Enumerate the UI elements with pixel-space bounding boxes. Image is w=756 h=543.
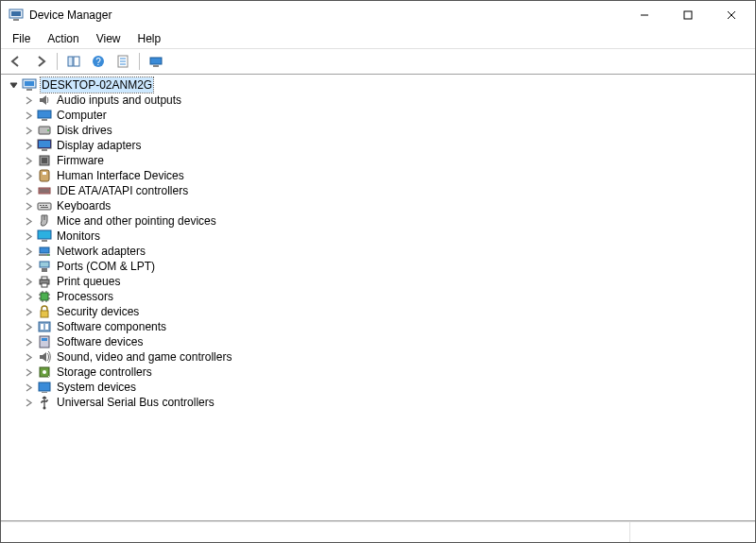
sound-icon	[37, 349, 52, 365]
menu-action[interactable]: Action	[40, 30, 86, 47]
svg-rect-7	[68, 57, 73, 66]
titlebar: Device Manager	[1, 1, 755, 29]
chevron-right-icon[interactable]	[22, 335, 35, 348]
category-label: Human Interface Devices	[56, 168, 185, 183]
chevron-right-icon[interactable]	[22, 245, 35, 258]
category-label: Monitors	[56, 229, 101, 244]
device-tree[interactable]: DESKTOP-02ANM2G Audio inputs and outputs…	[1, 75, 755, 521]
tree-category-node[interactable]: Software devices	[22, 334, 749, 349]
chevron-down-icon[interactable]	[7, 78, 20, 92]
category-label: System devices	[56, 380, 137, 395]
category-label: Mice and other pointing devices	[56, 213, 217, 229]
security-icon	[37, 304, 52, 319]
tree-category-node[interactable]: IDE ATA/ATAPI controllers	[22, 183, 749, 198]
chevron-right-icon[interactable]	[22, 184, 35, 197]
tree-category-node[interactable]: Network adapters	[22, 244, 749, 259]
processor-icon	[37, 289, 52, 304]
tree-category-node[interactable]: Disk drives	[22, 123, 749, 138]
tree-category-node[interactable]: Audio inputs and outputs	[22, 93, 749, 108]
category-label: Firmware	[56, 153, 105, 168]
storage-icon	[37, 365, 52, 380]
tree-category-node[interactable]: Mice and other pointing devices	[22, 213, 749, 229]
menu-help[interactable]: Help	[130, 30, 169, 47]
app-icon	[9, 8, 24, 23]
menu-view[interactable]: View	[89, 30, 129, 47]
tree-category-node[interactable]: Keyboards	[22, 198, 749, 213]
system-icon	[37, 380, 52, 395]
audio-icon	[37, 93, 52, 108]
svg-rect-16	[153, 65, 159, 67]
category-label: Keyboards	[56, 198, 112, 213]
category-label: Ports (COM & LPT)	[56, 259, 156, 274]
category-label: IDE ATA/ATAPI controllers	[56, 183, 189, 198]
ports-icon	[37, 259, 52, 274]
properties-button[interactable]	[112, 51, 134, 72]
chevron-right-icon[interactable]	[22, 139, 35, 152]
chevron-right-icon[interactable]	[22, 169, 35, 182]
close-button[interactable]	[710, 1, 753, 29]
chevron-right-icon[interactable]	[22, 350, 35, 364]
tree-root-node[interactable]: DESKTOP-02ANM2G	[7, 77, 749, 93]
back-button[interactable]	[5, 51, 27, 72]
toolbar-separator	[57, 53, 58, 70]
help-button[interactable]: ?	[87, 51, 110, 72]
chevron-right-icon[interactable]	[22, 260, 35, 273]
tree-category-node[interactable]: Print queues	[22, 274, 749, 289]
tree-category-node[interactable]: Ports (COM & LPT)	[22, 259, 749, 274]
chevron-right-icon[interactable]	[22, 305, 35, 318]
printer-icon	[37, 274, 52, 289]
tree-category-node[interactable]: Firmware	[22, 153, 749, 168]
usb-icon	[37, 395, 52, 410]
tree-category-node[interactable]: Monitors	[22, 229, 749, 244]
disk-icon	[37, 123, 52, 138]
chevron-right-icon[interactable]	[22, 154, 35, 167]
chevron-right-icon[interactable]	[22, 396, 35, 409]
root-label: DESKTOP-02ANM2G	[41, 77, 153, 93]
chevron-right-icon[interactable]	[22, 93, 35, 107]
chevron-right-icon[interactable]	[22, 275, 35, 288]
category-label: Universal Serial Bus controllers	[56, 395, 215, 410]
category-label: Sound, video and game controllers	[56, 349, 232, 365]
toolbar: ?	[1, 48, 755, 75]
chevron-right-icon[interactable]	[22, 290, 35, 303]
maximize-button[interactable]	[666, 1, 710, 29]
tree-category-node[interactable]: Display adapters	[22, 138, 749, 153]
tree-category-node[interactable]: Sound, video and game controllers	[22, 349, 749, 365]
menubar: File Action View Help	[1, 29, 755, 48]
ide-icon	[37, 183, 52, 198]
category-label: Disk drives	[56, 123, 113, 138]
status-left	[7, 522, 630, 542]
computer-icon	[37, 108, 52, 123]
svg-rect-8	[74, 57, 79, 66]
chevron-right-icon[interactable]	[22, 365, 35, 379]
firmware-icon	[37, 153, 52, 168]
chevron-right-icon[interactable]	[22, 320, 35, 333]
tree-category-node[interactable]: Software components	[22, 319, 749, 334]
chevron-right-icon[interactable]	[22, 124, 35, 137]
tree-category-node[interactable]: Computer	[22, 108, 749, 123]
minimize-button[interactable]	[623, 1, 666, 29]
chevron-right-icon[interactable]	[22, 214, 35, 228]
scan-hardware-button[interactable]	[145, 51, 167, 72]
status-right	[636, 522, 749, 542]
chevron-right-icon[interactable]	[22, 381, 35, 394]
category-label: Audio inputs and outputs	[56, 93, 182, 108]
computer-node-icon	[22, 77, 37, 93]
tree-category-node[interactable]: Universal Serial Bus controllers	[22, 395, 749, 410]
window-title: Device Manager	[29, 8, 112, 22]
category-label: Software devices	[56, 334, 144, 349]
show-hide-console-button[interactable]	[62, 51, 85, 72]
svg-text:?: ?	[95, 57, 101, 67]
tree-category-node[interactable]: Processors	[22, 289, 749, 304]
tree-category-node[interactable]: Human Interface Devices	[22, 168, 749, 183]
chevron-right-icon[interactable]	[22, 229, 35, 243]
category-label: Security devices	[56, 304, 140, 319]
tree-category-node[interactable]: Storage controllers	[22, 365, 749, 380]
tree-category-node[interactable]: System devices	[22, 380, 749, 395]
chevron-right-icon[interactable]	[22, 109, 35, 122]
tree-category-node[interactable]: Security devices	[22, 304, 749, 319]
category-label: Network adapters	[56, 244, 146, 259]
forward-button[interactable]	[29, 51, 52, 72]
menu-file[interactable]: File	[5, 30, 38, 47]
chevron-right-icon[interactable]	[22, 199, 35, 212]
